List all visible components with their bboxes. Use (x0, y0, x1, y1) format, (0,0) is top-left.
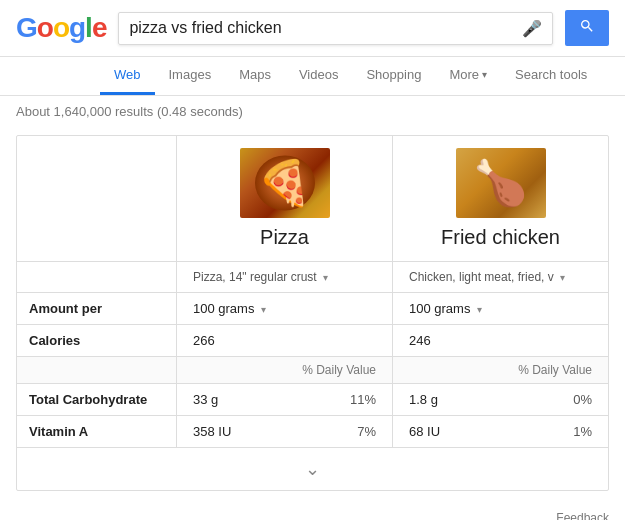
search-input[interactable] (129, 19, 514, 37)
chicken-image (456, 148, 546, 218)
expand-row[interactable]: ⌄ (17, 447, 608, 490)
daily-spacer (17, 357, 177, 383)
vitamin-a-row: Vitamin A 358 IU 7% 68 IU 1% (17, 415, 608, 447)
nav-item-videos[interactable]: Videos (285, 57, 353, 95)
food1-carbohydrate: 33 g 11% (177, 384, 393, 415)
search-button[interactable] (565, 10, 609, 46)
amount-dropdown-2[interactable]: ▾ (477, 304, 482, 315)
food1-vitamin-a: 358 IU 7% (177, 416, 393, 447)
food2-col: Fried chicken (393, 136, 608, 261)
food2-vitamin-a: 68 IU 1% (393, 416, 608, 447)
nav: Web Images Maps Videos Shopping More▾ Se… (0, 57, 625, 96)
food2-calories: 246 (393, 325, 608, 356)
header: Google 🎤 (0, 0, 625, 57)
food1-daily-header: % Daily Value (177, 357, 393, 383)
food2-carbohydrate: 1.8 g 0% (393, 384, 608, 415)
pizza-image (240, 148, 330, 218)
search-icon (579, 18, 595, 34)
nav-item-web[interactable]: Web (100, 57, 155, 95)
results-info: About 1,640,000 results (0.48 seconds) (0, 96, 625, 127)
chevron-down-icon: ▾ (482, 69, 487, 80)
vitamin-a-label: Vitamin A (17, 416, 177, 447)
food1-calories: 266 (177, 325, 393, 356)
chevron-down-expand-icon: ⌄ (305, 458, 320, 480)
food2-daily-header: % Daily Value (393, 357, 608, 383)
food2-subtype: Chicken, light meat, fried, v ▾ (393, 262, 608, 292)
nav-item-search-tools[interactable]: Search tools (501, 57, 601, 95)
carbohydrate-label: Total Carbohydrate (17, 384, 177, 415)
nav-item-shopping[interactable]: Shopping (352, 57, 435, 95)
nav-item-images[interactable]: Images (155, 57, 226, 95)
comparison-card: Pizza Fried chicken Pizza, 14" regular c… (16, 135, 609, 491)
subtype-row: Pizza, 14" regular crust ▾ Chicken, ligh… (17, 261, 608, 292)
food-header: Pizza Fried chicken (17, 136, 608, 261)
subtype-label-spacer (17, 262, 177, 292)
food1-subtype: Pizza, 14" regular crust ▾ (177, 262, 393, 292)
amount-dropdown-1[interactable]: ▾ (261, 304, 266, 315)
food1-amount: 100 grams ▾ (177, 293, 393, 324)
food2-amount: 100 grams ▾ (393, 293, 608, 324)
daily-value-header: % Daily Value % Daily Value (17, 356, 608, 383)
dropdown-arrow-2[interactable]: ▾ (560, 272, 565, 283)
microphone-icon[interactable]: 🎤 (522, 19, 542, 38)
google-logo: Google (16, 12, 106, 44)
feedback[interactable]: Feedback (0, 507, 625, 520)
amount-per-row: Amount per 100 grams ▾ 100 grams ▾ (17, 292, 608, 324)
carbohydrate-row: Total Carbohydrate 33 g 11% 1.8 g 0% (17, 383, 608, 415)
search-bar: 🎤 (118, 12, 553, 45)
food-label-spacer (17, 136, 177, 261)
food1-name: Pizza (193, 226, 376, 249)
food1-col: Pizza (177, 136, 393, 261)
nav-item-more[interactable]: More▾ (435, 57, 501, 95)
nav-item-maps[interactable]: Maps (225, 57, 285, 95)
calories-label: Calories (17, 325, 177, 356)
amount-per-label: Amount per (17, 293, 177, 324)
dropdown-arrow-1[interactable]: ▾ (323, 272, 328, 283)
food2-name: Fried chicken (409, 226, 592, 249)
calories-row: Calories 266 246 (17, 324, 608, 356)
